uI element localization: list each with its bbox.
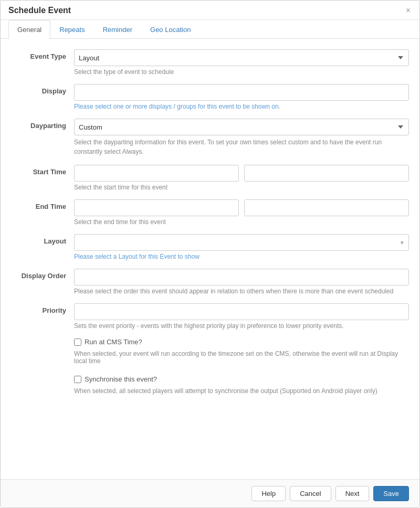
start-time-field: Select the start time for this event bbox=[74, 165, 409, 191]
tab-repeats[interactable]: Repeats bbox=[50, 20, 93, 39]
start-time-time-input[interactable] bbox=[244, 165, 409, 182]
dayparting-select[interactable]: Custom bbox=[74, 119, 409, 135]
help-button[interactable]: Help bbox=[251, 486, 286, 501]
layout-select-wrapper: ▾ bbox=[74, 234, 409, 251]
end-time-time-input[interactable] bbox=[244, 199, 409, 216]
run-at-cms-checkbox[interactable] bbox=[74, 338, 81, 346]
end-time-row: End Time Select the end time for this ev… bbox=[11, 199, 409, 226]
layout-help: Please select a Layout for this Event to… bbox=[74, 253, 409, 260]
layout-field: ▾ Please select a Layout for this Event … bbox=[74, 234, 409, 260]
end-time-label: End Time bbox=[11, 199, 74, 210]
event-type-label: Event Type bbox=[11, 49, 74, 60]
event-type-select[interactable]: Layout bbox=[74, 49, 409, 66]
layout-label: Layout bbox=[11, 234, 74, 245]
close-button[interactable]: × bbox=[405, 6, 412, 15]
form-body: Event Type Layout Select the type of eve… bbox=[1, 39, 419, 479]
next-button[interactable]: Next bbox=[335, 486, 370, 501]
tab-bar: General Repeats Reminder Geo Location bbox=[1, 20, 419, 39]
display-field: Please select one or more displays / gro… bbox=[74, 84, 409, 110]
run-at-cms-row: Run at CMS Time? When selected, your eve… bbox=[11, 338, 409, 365]
synchronise-label[interactable]: Synchronise this event? bbox=[74, 375, 409, 383]
run-at-cms-label[interactable]: Run at CMS Time? bbox=[74, 338, 409, 346]
display-help: Please select one or more displays / gro… bbox=[74, 103, 409, 110]
dialog-title: Schedule Event bbox=[8, 6, 71, 15]
event-type-field: Layout Select the type of event to sched… bbox=[74, 49, 409, 76]
start-time-date-input[interactable] bbox=[74, 165, 239, 182]
priority-field: Sets the event priority - events with th… bbox=[74, 303, 409, 330]
start-time-inputs bbox=[74, 165, 409, 182]
display-input[interactable] bbox=[74, 84, 409, 101]
dialog-header: Schedule Event × bbox=[1, 1, 419, 20]
dayparting-help: Select the dayparting information for th… bbox=[74, 137, 409, 156]
end-time-field: Select the end time for this event bbox=[74, 199, 409, 226]
priority-row: Priority Sets the event priority - event… bbox=[11, 303, 409, 330]
priority-help: Sets the event priority - events with th… bbox=[74, 322, 409, 330]
end-time-help: Select the end time for this event bbox=[74, 218, 409, 226]
synchronise-checkbox[interactable] bbox=[74, 376, 81, 383]
start-time-row: Start Time Select the start time for thi… bbox=[11, 165, 409, 191]
tab-reminder[interactable]: Reminder bbox=[94, 20, 141, 39]
event-type-row: Event Type Layout Select the type of eve… bbox=[11, 49, 409, 76]
layout-select[interactable] bbox=[74, 234, 409, 251]
save-button[interactable]: Save bbox=[373, 486, 409, 501]
cancel-button[interactable]: Cancel bbox=[290, 486, 331, 501]
run-at-cms-help: When selected, your event will run accor… bbox=[74, 350, 409, 365]
dialog-footer: Help Cancel Next Save bbox=[1, 479, 419, 507]
layout-row: Layout ▾ Please select a Layout for this… bbox=[11, 234, 409, 260]
tab-geo-location[interactable]: Geo Location bbox=[141, 20, 200, 39]
display-order-help: Please select the order this event shoul… bbox=[74, 288, 409, 295]
display-order-field: Please select the order this event shoul… bbox=[74, 269, 409, 295]
schedule-event-dialog: Schedule Event × General Repeats Reminde… bbox=[0, 0, 420, 508]
display-order-row: Display Order Please select the order th… bbox=[11, 269, 409, 295]
priority-label: Priority bbox=[11, 303, 74, 314]
start-time-help: Select the start time for this event bbox=[74, 184, 409, 191]
dayparting-row: Dayparting Custom Select the dayparting … bbox=[11, 119, 409, 156]
end-time-inputs bbox=[74, 199, 409, 216]
start-time-label: Start Time bbox=[11, 165, 74, 176]
display-label: Display bbox=[11, 84, 74, 95]
event-type-help: Select the type of event to schedule bbox=[74, 68, 409, 76]
tab-general[interactable]: General bbox=[8, 20, 50, 39]
synchronise-help: When selected, all selected players will… bbox=[74, 387, 409, 395]
display-order-label: Display Order bbox=[11, 269, 74, 280]
dayparting-label: Dayparting bbox=[11, 119, 74, 130]
dayparting-field: Custom Select the dayparting information… bbox=[74, 119, 409, 156]
synchronise-row: Synchronise this event? When selected, a… bbox=[11, 375, 409, 395]
display-order-input[interactable] bbox=[74, 269, 409, 285]
end-time-date-input[interactable] bbox=[74, 199, 239, 216]
priority-input[interactable] bbox=[74, 303, 409, 320]
display-row: Display Please select one or more displa… bbox=[11, 84, 409, 110]
